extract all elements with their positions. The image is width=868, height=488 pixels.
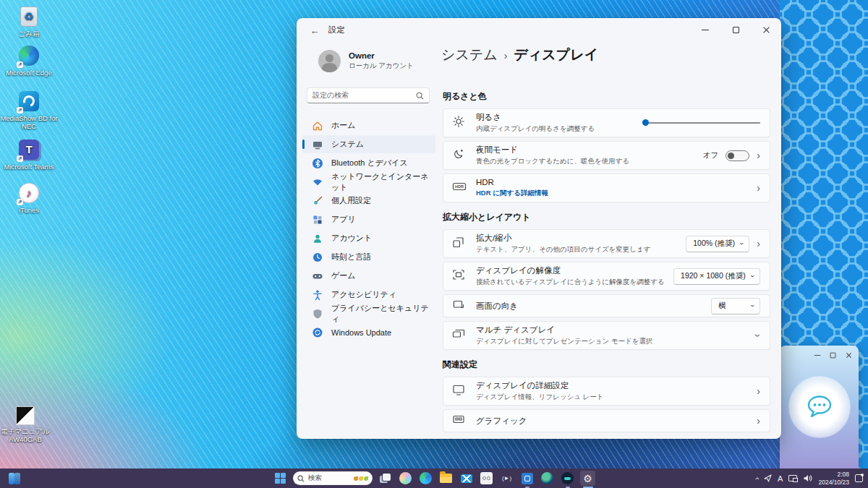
multi-display-icon (452, 328, 476, 343)
hdr-icon: HDR (452, 180, 476, 196)
shortcut-arrow-icon: ↗ (17, 199, 23, 205)
media-play-icon: (►) (502, 475, 511, 481)
svg-text:HDR: HDR (455, 184, 464, 189)
location-arrow-icon[interactable] (764, 474, 772, 482)
settings-taskbar-button[interactable]: ⚙ (580, 471, 595, 486)
gears-app-icon (480, 472, 493, 484)
section-related: 関連設定 (443, 359, 770, 371)
shortcut-arrow-icon: ↗ (17, 107, 23, 114)
desktop-icon-recycle-bin[interactable]: ♻ ごみ箱 (0, 6, 58, 38)
section-brightness-color: 明るさと色 (443, 90, 770, 103)
sidebar-item-personalization[interactable]: 個人用設定 (302, 192, 435, 210)
task-view-button[interactable] (378, 471, 393, 486)
breadcrumb-parent[interactable]: システム (441, 46, 498, 64)
sidebar-item-time-language[interactable]: 時刻と言語 (302, 248, 435, 266)
ime-indicator[interactable]: A (778, 474, 783, 483)
scale-row[interactable]: 拡大/縮小 テキスト、アプリ、その他の項目のサイズを変更します 100% (推奨… (443, 229, 770, 258)
breadcrumb-separator-icon: › (504, 48, 508, 61)
widget-close-button[interactable] (846, 352, 852, 359)
sidebar-item-home[interactable]: ホーム (302, 116, 435, 134)
brightness-subtitle: 内蔵ディスプレイの明るさを調整する (476, 124, 637, 134)
assistant-app-button[interactable] (560, 471, 575, 486)
pc-manager-button[interactable] (479, 471, 494, 486)
night-mode-toggle[interactable] (726, 150, 749, 161)
blue-app-button[interactable] (519, 471, 535, 486)
cast-display-icon[interactable] (788, 475, 797, 481)
chat-bubble-icon (804, 393, 835, 421)
graphics-title: グラフィック (476, 416, 751, 427)
brightness-slider[interactable] (642, 119, 760, 127)
resolution-row: ディスプレイの解像度 接続されているディスプレイに合うように解像度を調整する 1… (443, 262, 770, 291)
sidebar-item-windows-update[interactable]: Windows Update (302, 323, 435, 341)
graphics-row[interactable]: グラフィック › (443, 409, 770, 432)
hdr-info-link[interactable]: HDR に関する詳細情報 (476, 189, 751, 198)
desktop-icon-teams[interactable]: T ↗ Microsoft Teams (0, 139, 58, 171)
icon-label: Microsoft Teams (0, 163, 58, 171)
notification-center-icon[interactable] (855, 474, 863, 482)
orientation-dropdown[interactable]: 横 › (711, 298, 760, 314)
close-button[interactable] (751, 18, 781, 41)
account-type: ローカル アカウント (349, 61, 414, 71)
file-explorer-button[interactable] (438, 471, 454, 486)
hidden-icons-chevron[interactable]: › (752, 477, 761, 480)
night-mode-state: オフ (703, 150, 719, 160)
sidebar-item-privacy[interactable]: プライバシーとセキュリティ (302, 304, 435, 322)
seasonal-leaves-icon (354, 476, 368, 481)
taskbar-search-input[interactable]: 検索 (293, 471, 373, 485)
slider-thumb[interactable] (642, 119, 649, 126)
planet-app-button[interactable] (540, 471, 555, 486)
icon-sublabel: AW40GAB (0, 435, 54, 443)
start-button[interactable] (273, 471, 288, 486)
brightness-row: 明るさ 内蔵ディスプレイの明るさを調整する (443, 108, 770, 137)
multi-display-title: マルチ ディスプレイ (476, 325, 751, 335)
media-player-button[interactable]: (►) (499, 471, 514, 486)
chevron-down-icon: › (748, 304, 755, 307)
minimize-button[interactable] (690, 18, 720, 41)
chevron-right-icon: › (757, 239, 760, 249)
gamepad-icon (312, 270, 323, 282)
mail-button[interactable] (459, 471, 474, 486)
sidebar-item-gaming[interactable]: ゲーム (302, 267, 435, 285)
desktop-screen: ♻ ごみ箱 ↗ Microsoft Edge ↗ MediaShow BD fo… (0, 0, 868, 488)
search-placeholder: 検索 (308, 474, 350, 483)
desktop-icon-edge[interactable]: ↗ Microsoft Edge (0, 45, 58, 77)
sidebar-item-accounts[interactable]: アカウント (302, 229, 435, 247)
page-title: ディスプレイ (514, 46, 598, 64)
desktop-icon-manual[interactable]: 電子マニュアル AW40GAB (0, 406, 54, 444)
account-section[interactable]: Owner ローカル アカウント (318, 50, 414, 72)
sidebar-item-apps[interactable]: アプリ (302, 210, 435, 228)
widgets-button[interactable] (7, 471, 22, 486)
copilot-button[interactable] (398, 471, 413, 486)
speaker-icon[interactable] (803, 474, 812, 482)
sidebar-item-network[interactable]: ネットワークとインターネット (302, 173, 435, 191)
clock[interactable]: 2:08 2024/10/23 (818, 471, 849, 486)
advanced-display-subtitle: ディスプレイ情報、リフレッシュ レート (476, 393, 751, 402)
planet-app-icon (541, 472, 553, 484)
multi-display-subtitle: ディスプレイに対してプレゼンテーション モードを選択 (476, 337, 751, 346)
sidebar-item-bluetooth[interactable]: Bluetooth とデバイス (302, 154, 435, 172)
scale-dropdown[interactable]: 100% (推奨) › (686, 236, 749, 252)
search-placeholder: 設定の検索 (312, 90, 416, 100)
resolution-dropdown[interactable]: 1920 × 1080 (推奨) › (673, 268, 760, 285)
edge-taskbar-button[interactable] (418, 471, 433, 486)
resolution-title: ディスプレイの解像度 (476, 265, 668, 276)
maximize-button[interactable] (720, 18, 751, 41)
sidebar-item-accessibility[interactable]: アクセシビリティ (302, 286, 435, 304)
hdr-row[interactable]: HDR HDR HDR に関する詳細情報 › (443, 174, 770, 202)
settings-titlebar[interactable]: ← 設定 (297, 18, 781, 43)
back-button[interactable]: ← (307, 23, 323, 38)
night-mode-row[interactable]: 夜間モード 青色の光をブロックするために、暖色を使用する オフ › (443, 141, 770, 170)
manual-icon (16, 406, 35, 425)
bluetooth-icon (312, 158, 323, 169)
advanced-display-row[interactable]: ディスプレイの詳細設定 ディスプレイ情報、リフレッシュ レート › (443, 377, 770, 406)
multi-display-row[interactable]: マルチ ディスプレイ ディスプレイに対してプレゼンテーション モードを選択 › (443, 321, 770, 350)
search-icon (416, 92, 424, 100)
widget-maximize-button[interactable] (830, 353, 836, 359)
chevron-down-icon: › (738, 242, 745, 244)
settings-search-input[interactable]: 設定の検索 (307, 87, 430, 103)
sidebar-item-system[interactable]: システム (302, 135, 435, 153)
chat-assistant-button[interactable] (788, 376, 851, 438)
desktop-icon-mediashow[interactable]: ↗ MediaShow BD for NEC (0, 90, 58, 131)
widget-minimize-button[interactable] (814, 355, 821, 356)
desktop-icon-itunes[interactable]: ♪ ↗ iTunes (0, 182, 58, 214)
